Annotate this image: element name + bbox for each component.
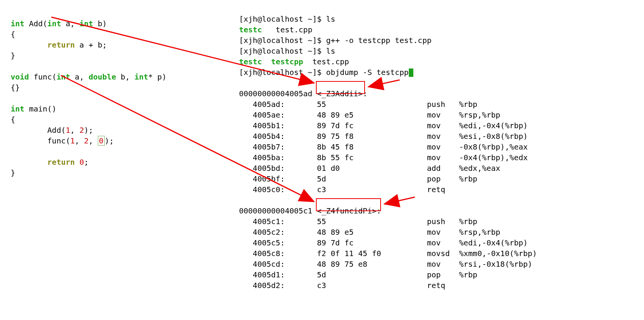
- exec-file: testcpp: [271, 57, 303, 66]
- term-line: [xjh@localhost ~]$ ls: [239, 46, 335, 56]
- disasm-row: 4005bd: 01 d0 add %edx,%eax: [239, 164, 500, 173]
- term-line: [xjh@localhost ~]$ g++ -o testcpp test.c…: [239, 36, 432, 45]
- disasm-row: 4005ba: 8b 55 fc mov -0x4(%rbp),%edx: [239, 153, 528, 162]
- disasm-row: 4005c1: 55 push %rbp: [239, 217, 477, 226]
- code-line: }: [11, 51, 15, 60]
- literal: 1: [66, 126, 70, 135]
- literal: 2: [80, 126, 84, 135]
- literal: 0: [80, 158, 84, 167]
- kw-return: return: [47, 158, 75, 167]
- disasm-row: 4005b1: 89 7d fc mov %edi,-0x4(%rbp): [239, 121, 528, 130]
- code-line: func(1, 2, 0);: [11, 136, 114, 146]
- kw-int: int: [11, 19, 24, 28]
- highlight-box-func-symbol: [316, 198, 381, 211]
- disasm-row: 4005ae: 48 89 e5 mov %rsp,%rbp: [239, 110, 500, 119]
- code-line: {: [11, 115, 15, 124]
- terminal-pane: [xjh@localhost ~]$ ls testc test.cpp [xj…: [239, 3, 537, 291]
- disasm-row: 4005cd: 48 89 75 e8 mov %rsi,-0x18(%rbp): [239, 260, 532, 269]
- kw-int: int: [80, 19, 93, 28]
- disasm-row: 4005c8: f2 0f 11 45 f0 movsd %xmm0,-0x10…: [239, 249, 537, 258]
- code-line: return a + b;: [11, 40, 107, 49]
- literal-zero-boxed: 0: [98, 136, 105, 146]
- exec-file: testc: [239, 57, 262, 66]
- exec-file: testc: [239, 25, 262, 34]
- disasm-row: 4005c2: 48 89 e5 mov %rsp,%rbp: [239, 228, 500, 237]
- literal: 1: [70, 136, 75, 145]
- code-line: int main(): [11, 104, 56, 113]
- literal: 2: [84, 136, 89, 145]
- code-line: Add(1, 2);: [11, 126, 93, 135]
- term-line: testc test.cpp: [239, 25, 312, 34]
- disasm-row: 4005b7: 8b 45 f8 mov -0x8(%rbp),%eax: [239, 142, 528, 151]
- disasm-row: 4005d1: 5d pop %rbp: [239, 270, 477, 279]
- kw-double: double: [89, 72, 116, 81]
- term-line: [xjh@localhost ~]$ objdump -S testcpp: [239, 68, 413, 77]
- disasm-row: 4005c5: 89 7d fc mov %edi,-0x4(%rbp): [239, 238, 528, 247]
- disasm-row: 4005b4: 89 75 f8 mov %esi,-0x8(%rbp): [239, 132, 528, 141]
- kw-int: int: [56, 72, 70, 81]
- disasm-row: 4005d2: c3 retq: [239, 281, 459, 290]
- code-line: {}: [11, 83, 20, 92]
- code-line: }: [11, 168, 15, 177]
- kw-return: return: [47, 40, 75, 49]
- highlight-box-add-symbol: [316, 81, 365, 94]
- code-line: int Add(int a, int b): [11, 19, 107, 28]
- code-line: return 0;: [11, 158, 89, 167]
- disasm-row: 4005c0: c3 retq: [239, 185, 459, 194]
- code-line: void func(int a, double b, int* p): [11, 72, 166, 81]
- source-code-pane: int Add(int a, int b) { return a + b; } …: [11, 8, 166, 178]
- kw-void: void: [11, 72, 29, 81]
- kw-int: int: [11, 104, 24, 113]
- code-line: {: [11, 30, 15, 39]
- kw-int: int: [47, 19, 61, 28]
- term-line: testc testcpp test.cpp: [239, 57, 349, 66]
- cursor-icon: [409, 68, 413, 77]
- disasm-row: 4005bf: 5d pop %rbp: [239, 174, 477, 183]
- term-line: [xjh@localhost ~]$ ls: [239, 14, 335, 24]
- kw-int-ptr: int: [134, 72, 148, 81]
- disasm-row: 4005ad: 55 push %rbp: [239, 100, 477, 109]
